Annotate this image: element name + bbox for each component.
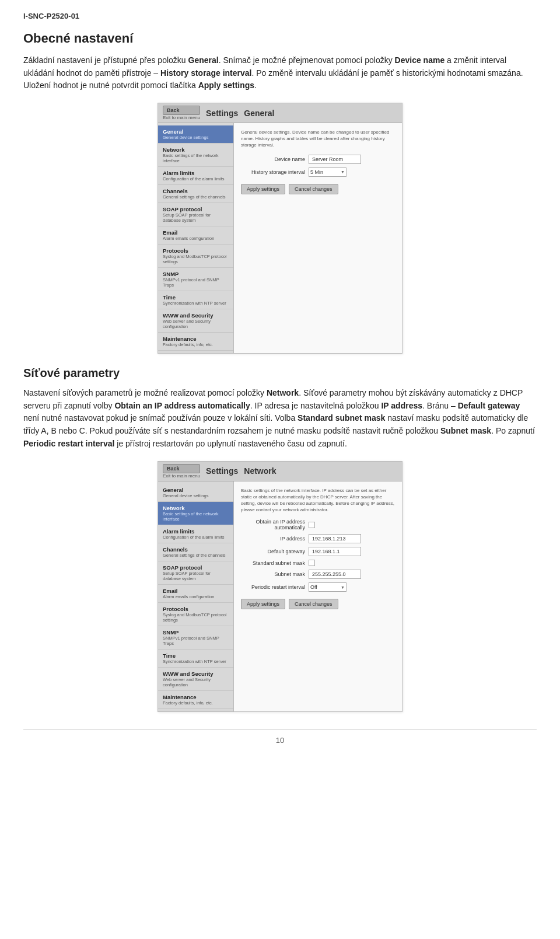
scr2-apply-btn[interactable]: Apply settings xyxy=(241,599,285,609)
scr1-sidebar-snmp[interactable]: SNMP SNMPv1 protocol and SNMP Traps xyxy=(158,268,233,291)
scr1-sidebar-network[interactable]: Network Basic settings of the network in… xyxy=(158,144,233,167)
scr2-buttons: Apply settings Cancel changes xyxy=(241,599,396,609)
scr2-back-btn[interactable]: Back Exit to main menu xyxy=(163,464,200,479)
screenshot1-container: Back Exit to main menu Settings General … xyxy=(23,103,537,354)
scr1-settings-label: Settings xyxy=(206,109,238,118)
section1-title: Obecné nastavení xyxy=(23,31,537,46)
scr1-field-devicename: Device name Server Room xyxy=(241,155,396,164)
scr2-section-label: Network xyxy=(244,466,276,476)
scr2-sidebar-email[interactable]: Email Alarm emails configuration xyxy=(158,585,233,603)
screenshot2-container: Back Exit to main menu Settings Network … xyxy=(23,461,537,712)
scr2-body: General General device settings Network … xyxy=(158,481,402,711)
scr2-gateway-input[interactable]: 192.168.1.1 xyxy=(309,547,361,556)
scr2-sidebar-soap[interactable]: SOAP protocol Setup SOAP protocol for da… xyxy=(158,561,233,585)
scr1-back-btn[interactable]: Back Exit to main menu xyxy=(163,106,200,120)
scr2-sidebar-www[interactable]: WWW and Security Web server and Security… xyxy=(158,668,233,691)
scr1-apply-btn[interactable]: Apply settings xyxy=(241,184,285,194)
scr1-content: General device settings. Device name can… xyxy=(234,123,402,353)
scr1-history-select[interactable]: 5 Min ▼ xyxy=(309,167,346,177)
scr1-section-label: General xyxy=(244,109,274,118)
scr2-field-subnetmask: Subnet mask 255.255.255.0 xyxy=(241,570,396,579)
scr2-periodic-select[interactable]: Off ▼ xyxy=(309,582,346,592)
scr1-sidebar-general[interactable]: General General device settings xyxy=(158,125,233,144)
scr2-field-gateway: Default gateway 192.168.1.1 xyxy=(241,547,396,556)
scr2-sidebar-snmp[interactable]: SNMP SNMPv1 protocol and SNMP Traps xyxy=(158,626,233,650)
scr2-field-ipaddress: IP address 192.168.1.213 xyxy=(241,534,396,543)
scr2-sidebar-protocols[interactable]: Protocols Syslog and ModbusTCP protocol … xyxy=(158,603,233,626)
scr1-content-desc: General device settings. Device name can… xyxy=(241,129,396,149)
scr2-field-periodic: Periodic restart interval Off ▼ xyxy=(241,582,396,592)
scr1-cancel-btn[interactable]: Cancel changes xyxy=(289,184,338,194)
scr1-body: General General device settings Network … xyxy=(158,123,402,353)
scr2-sidebar-general[interactable]: General General device settings xyxy=(158,484,233,502)
scr2-topbar: Back Exit to main menu Settings Network xyxy=(158,462,402,481)
scr1-topbar: Back Exit to main menu Settings General xyxy=(158,103,402,123)
scr2-sidebar: General General device settings Network … xyxy=(158,481,234,711)
scr2-content-desc: Basic settings of the network interface.… xyxy=(241,487,396,514)
scr1-sidebar-alarm[interactable]: Alarm limits Configuration of the alarm … xyxy=(158,167,233,185)
scr1-sidebar-email[interactable]: Email Alarm emails configuration xyxy=(158,226,233,245)
scr1-field-history: History storage interval 5 Min ▼ xyxy=(241,167,396,177)
scr1-sidebar-time[interactable]: Time Synchronization with NTP server xyxy=(158,291,233,309)
scr1-sidebar-channels[interactable]: Channels General settings of the channel… xyxy=(158,185,233,203)
scr2-sidebar-alarm[interactable]: Alarm limits Configuration of the alarm … xyxy=(158,525,233,543)
scr1-sidebar-protocols[interactable]: Protocols Syslog and ModbusTCP protocol … xyxy=(158,245,233,268)
scr2-settings-label: Settings xyxy=(206,466,238,476)
section2-para1: Nastavení síťových parametrů je možné re… xyxy=(23,387,537,450)
scr2-field-obtain-ip: Obtain an IP address automatically xyxy=(241,519,396,530)
scr1-sidebar-soap[interactable]: SOAP protocol Setup SOAP protocol for da… xyxy=(158,203,233,226)
scr2-sidebar-time[interactable]: Time Synchronization with NTP server xyxy=(158,650,233,668)
scr2-sidebar-maintenance[interactable]: Maintenance Factory defaults, info, etc. xyxy=(158,691,233,709)
scr2-ipaddress-input[interactable]: 192.168.1.213 xyxy=(309,534,361,543)
section1-para1: Základní nastavení je přístupné přes pol… xyxy=(23,54,537,92)
page-number: 10 xyxy=(23,729,537,745)
scr1-buttons: Apply settings Cancel changes xyxy=(241,184,396,194)
scr1-sidebar-www[interactable]: WWW and Security Web server and Security… xyxy=(158,309,233,333)
scr1-sidebar-maintenance[interactable]: Maintenance Factory defaults, info, etc. xyxy=(158,333,233,351)
scr1-sidebar: General General device settings Network … xyxy=(158,123,234,353)
scr2-subnetmask-input[interactable]: 255.255.255.0 xyxy=(309,570,361,579)
scr2-field-std-subnet: Standard subnet mask xyxy=(241,560,396,566)
scr1-devicename-input[interactable]: Server Room xyxy=(309,155,361,164)
section2-title: Síťové parametry xyxy=(23,366,537,380)
scr2-obtain-ip-checkbox[interactable] xyxy=(309,522,315,528)
scr2-sidebar-channels[interactable]: Channels General settings of the channel… xyxy=(158,543,233,561)
scr2-cancel-btn[interactable]: Cancel changes xyxy=(289,599,338,609)
doc-id: I-SNC-P2520-01 xyxy=(23,12,537,20)
scr2-content: Basic settings of the network interface.… xyxy=(234,481,402,711)
screenshot1: Back Exit to main menu Settings General … xyxy=(158,103,402,354)
scr2-sidebar-network[interactable]: Network Basic settings of the network in… xyxy=(158,502,233,525)
screenshot2: Back Exit to main menu Settings Network … xyxy=(158,461,402,712)
scr2-std-subnet-checkbox[interactable] xyxy=(309,560,315,566)
